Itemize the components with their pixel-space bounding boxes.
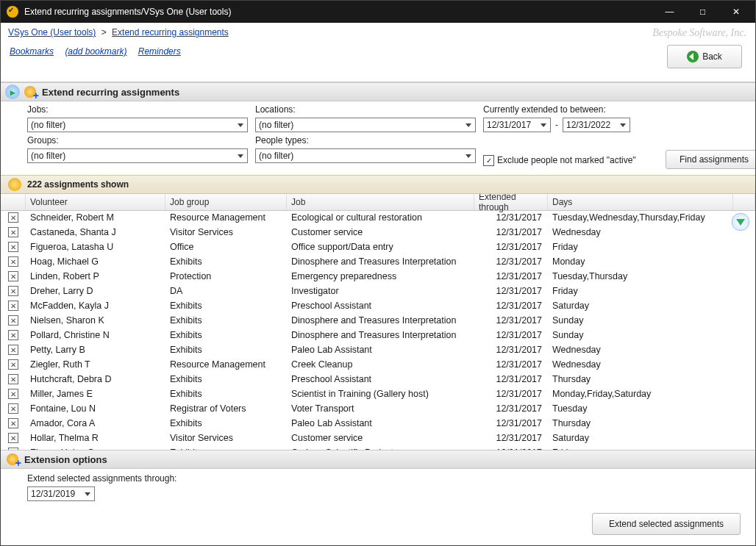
th-job-group[interactable]: Job group — [165, 194, 287, 210]
table-row[interactable]: ✕Ziegler, Ruth TResource ManagementCreek… — [1, 357, 755, 372]
close-button[interactable]: ✕ — [719, 1, 752, 23]
row-checkbox[interactable]: ✕ — [1, 271, 26, 281]
window-title: Extend recurring assignments/VSys One (U… — [24, 7, 653, 17]
th-days[interactable]: Days — [548, 194, 733, 210]
cell-volunteer: Nielsen, Sharon K — [26, 315, 165, 326]
cell-days: Saturday — [548, 433, 755, 443]
row-checkbox[interactable]: ✕ — [1, 418, 26, 428]
date-range: 12/31/2017 - 12/31/2022 — [483, 118, 756, 132]
th-job[interactable]: Job — [287, 194, 474, 210]
table-row[interactable]: ✕Nielsen, Sharon KExhibitsDinosphere and… — [1, 313, 755, 328]
row-checkbox[interactable]: ✕ — [1, 403, 26, 414]
checkbox-icon: ✕ — [8, 359, 18, 370]
th-extended[interactable]: Extended through — [474, 194, 548, 210]
table-row[interactable]: ✕Figueroa, Latasha UOfficeOffice support… — [1, 240, 755, 254]
cell-extended: 12/31/2017 — [474, 212, 548, 223]
table-row[interactable]: ✕Dreher, Larry DDAInvestigator12/31/2017… — [1, 284, 755, 298]
find-assignments-button[interactable]: Find assignments — [666, 150, 756, 169]
back-arrow-icon — [687, 51, 699, 62]
chevron-down-icon — [82, 489, 93, 499]
row-checkbox[interactable]: ✕ — [1, 433, 26, 443]
filter-funnel-icon[interactable] — [732, 213, 749, 231]
add-bookmark-link[interactable]: (add bookmark) — [65, 46, 126, 57]
row-checkbox[interactable]: ✕ — [1, 359, 26, 370]
table-header: Volunteer Job group Job Extended through… — [1, 194, 755, 211]
table-row[interactable]: ✕Castaneda, Shanta JVisitor ServicesCust… — [1, 225, 755, 240]
locations-combo[interactable]: (no filter) — [255, 118, 476, 132]
date-from-combo[interactable]: 12/31/2017 — [483, 118, 551, 132]
cell-extended: 12/31/2017 — [474, 286, 548, 296]
row-checkbox[interactable]: ✕ — [1, 227, 26, 237]
checkbox-icon: ✕ — [8, 330, 18, 340]
bookmarks-link[interactable]: Bookmarks — [10, 46, 54, 57]
cell-extended: 12/31/2017 — [474, 315, 548, 326]
row-checkbox[interactable]: ✕ — [1, 345, 26, 355]
cell-job-group: Visitor Services — [165, 227, 287, 237]
row-checkbox[interactable]: ✕ — [1, 374, 26, 384]
chevron-down-icon — [463, 151, 474, 161]
row-checkbox[interactable]: ✕ — [1, 242, 26, 252]
row-checkbox[interactable]: ✕ — [1, 389, 26, 399]
options-icon — [5, 452, 20, 467]
cell-volunteer: Amador, Cora A — [26, 418, 165, 428]
people-combo[interactable]: (no filter) — [255, 148, 476, 163]
jobs-combo[interactable]: (no filter) — [27, 118, 248, 132]
table-row[interactable]: ✕Schneider, Robert MResource ManagementE… — [1, 210, 755, 225]
cell-days: Wednesday — [548, 227, 755, 237]
row-checkbox[interactable]: ✕ — [1, 448, 26, 450]
exclude-active-checkbox[interactable]: ✓ Exclude people not marked "active" — [483, 155, 636, 166]
table-body[interactable]: ✕Schneider, Robert MResource ManagementE… — [1, 210, 755, 450]
reminders-link[interactable]: Reminders — [138, 46, 181, 57]
table-row[interactable]: ✕Hoag, Michael GExhibitsDinosphere and T… — [1, 254, 755, 269]
table-row[interactable]: ✕Hollar, Thelma RVisitor ServicesCustome… — [1, 431, 755, 445]
table-row[interactable]: ✕Flores, Helen GExhibitsCurious Scientif… — [1, 445, 755, 450]
groups-value: (no filter) — [31, 151, 65, 161]
cell-extended: 12/31/2017 — [474, 301, 548, 311]
cell-extended: 12/31/2017 — [474, 345, 548, 355]
date-to-combo[interactable]: 12/31/2022 — [563, 118, 630, 132]
breadcrumb-root[interactable]: VSys One (User tools) — [8, 27, 96, 37]
cell-extended: 12/31/2017 — [474, 403, 548, 414]
breadcrumb: VSys One (User tools) > Extend recurring… — [8, 27, 229, 37]
table-row[interactable]: ✕Petty, Larry BExhibitsPaleo Lab Assista… — [1, 342, 755, 357]
cell-job-group: Exhibits — [165, 374, 287, 384]
groups-combo[interactable]: (no filter) — [27, 148, 248, 163]
table-row[interactable]: ✕Miller, James EExhibitsScientist in Tra… — [1, 387, 755, 401]
table-row[interactable]: ✕Linden, Robert PProtectionEmergency pre… — [1, 269, 755, 284]
checkbox-icon: ✕ — [8, 418, 18, 428]
cell-job-group: Resource Management — [165, 212, 287, 223]
row-checkbox[interactable]: ✕ — [1, 315, 26, 326]
extend-through-date[interactable]: 12/31/2019 — [27, 486, 95, 501]
maximize-button[interactable]: □ — [686, 1, 719, 23]
cell-volunteer: Pollard, Christine N — [26, 330, 165, 340]
table-row[interactable]: ✕Fontaine, Lou NRegistrar of VotersVoter… — [1, 401, 755, 416]
table-row[interactable]: ✕McFadden, Kayla JExhibitsPreschool Assi… — [1, 298, 755, 313]
back-button[interactable]: Back — [667, 45, 742, 68]
minimize-button[interactable]: — — [653, 1, 686, 23]
cell-volunteer: Figueroa, Latasha U — [26, 242, 165, 252]
cell-job: Paleo Lab Assistant — [287, 418, 474, 428]
nav-play-icon[interactable]: ▸ — [5, 85, 20, 99]
table-row[interactable]: ✕Amador, Cora AExhibitsPaleo Lab Assista… — [1, 416, 755, 431]
row-checkbox[interactable]: ✕ — [1, 212, 26, 223]
cell-days: Friday — [548, 242, 755, 252]
th-checkbox[interactable] — [1, 194, 26, 210]
cell-job: Dinosphere and Treasures Interpretation — [287, 315, 474, 326]
row-checkbox[interactable]: ✕ — [1, 286, 26, 296]
cell-days: Friday — [548, 448, 755, 450]
row-checkbox[interactable]: ✕ — [1, 301, 26, 311]
results-count-bar: 222 assignments shown — [1, 175, 755, 194]
breadcrumb-current[interactable]: Extend recurring assignments — [112, 27, 229, 37]
extension-options-title: Extension options — [24, 454, 107, 465]
row-checkbox[interactable]: ✕ — [1, 256, 26, 267]
cell-job: Scientist in Training (Gallery host) — [287, 389, 474, 399]
table-row[interactable]: ✕Pollard, Christine NExhibitsDinosphere … — [1, 328, 755, 342]
people-label: People types: — [255, 135, 476, 146]
extend-selected-button[interactable]: Extend selected assignments — [592, 513, 741, 535]
table-row[interactable]: ✕Hutchcraft, Debra DExhibitsPreschool As… — [1, 372, 755, 387]
row-checkbox[interactable]: ✕ — [1, 330, 26, 340]
checkbox-icon: ✕ — [8, 345, 18, 355]
groups-label: Groups: — [27, 135, 248, 146]
cell-volunteer: Ziegler, Ruth T — [26, 359, 165, 370]
th-volunteer[interactable]: Volunteer — [26, 194, 165, 210]
